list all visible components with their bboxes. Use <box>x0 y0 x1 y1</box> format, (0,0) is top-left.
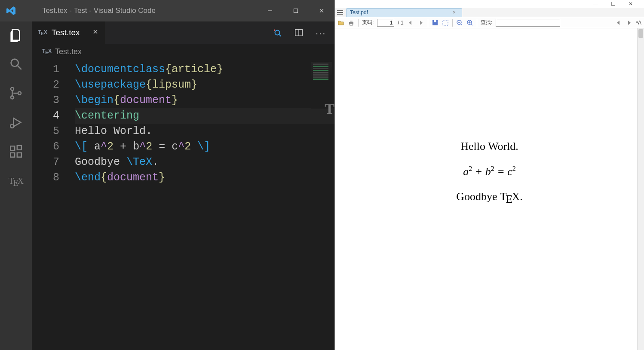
find-prev-icon[interactable] <box>615 19 622 26</box>
code-content[interactable]: Hello World. <box>75 124 334 139</box>
line-number: 6 <box>32 139 75 155</box>
svg-point-1 <box>11 59 18 67</box>
pdf-tab[interactable]: Test.pdf × <box>346 8 462 17</box>
vscode-window: Test.tex - Test - Visual Studio Code TEX <box>0 0 334 350</box>
toolbar-separator <box>477 19 477 27</box>
svg-point-2 <box>11 88 14 91</box>
find-label: 查找: <box>481 19 492 26</box>
pdf-tab-close-icon[interactable]: × <box>453 9 456 15</box>
code-content[interactable]: \[ a^2 + b^2 = c^2 \] <box>75 139 334 155</box>
pdf-viewer-window: — ☐ ✕ Test.pdf × 页码: / 1 查找: ᵃA <box>334 0 644 350</box>
pdf-page: Hello World. a2 + b2 = c2 Goodbye TEX. <box>352 33 627 350</box>
run-debug-icon[interactable] <box>9 115 23 130</box>
search-icon[interactable] <box>9 57 23 71</box>
extensions-icon[interactable] <box>9 144 23 159</box>
find-next-icon[interactable] <box>626 19 632 26</box>
tex-file-icon: TEX <box>38 29 47 36</box>
svg-rect-9 <box>17 146 21 150</box>
minimize-button[interactable] <box>257 0 283 21</box>
pdf-minimize-button[interactable]: — <box>593 1 598 7</box>
line-number: 4 <box>32 108 75 124</box>
tab-label: Test.tex <box>52 28 80 37</box>
editor-tab-test-tex[interactable]: TEX Test.tex <box>32 21 105 44</box>
svg-rect-14 <box>350 24 353 25</box>
editor-area: TEX Test.tex ··· TEX Test.tex T <box>32 21 334 350</box>
code-line[interactable]: 1\documentclass{article} <box>32 62 334 77</box>
code-line[interactable]: 4\centering <box>32 108 334 124</box>
code-content[interactable]: \begin{document} <box>75 93 334 108</box>
breadcrumb-file: Test.tex <box>55 47 82 56</box>
zoom-out-icon[interactable] <box>456 19 463 26</box>
pdf-maximize-button[interactable]: ☐ <box>611 1 616 7</box>
maximize-button[interactable] <box>283 0 309 21</box>
code-content[interactable]: \centering <box>75 108 334 124</box>
breadcrumb[interactable]: TEX Test.tex <box>32 44 334 59</box>
code-line[interactable]: 7Goodbye \TeX. <box>32 155 334 170</box>
toolbar-separator <box>358 19 359 27</box>
synctex-search-icon[interactable] <box>273 28 282 37</box>
svg-rect-6 <box>10 146 15 150</box>
close-button[interactable] <box>309 0 334 21</box>
more-actions-icon[interactable]: ··· <box>316 28 325 37</box>
pdf-scrollbar[interactable] <box>637 28 644 350</box>
editor-tabbar: TEX Test.tex ··· <box>32 21 334 44</box>
pdf-text-line: Hello World. <box>352 140 627 153</box>
activity-bar: TEX <box>0 21 32 350</box>
zoom-in-icon[interactable] <box>466 19 473 26</box>
line-number: 1 <box>32 62 75 77</box>
code-line[interactable]: 3\begin{document} <box>32 93 334 108</box>
svg-rect-16 <box>434 20 436 22</box>
svg-point-5 <box>10 124 14 128</box>
vscode-titlebar: Test.tex - Test - Visual Studio Code <box>0 0 334 21</box>
line-number: 2 <box>32 77 75 93</box>
code-line[interactable]: 2\usepackage{lipsum} <box>32 77 334 93</box>
page-number-input[interactable] <box>377 19 394 27</box>
line-number: 7 <box>32 155 75 170</box>
code-line[interactable]: 8\end{document} <box>32 170 334 186</box>
code-content[interactable]: \documentclass{article} <box>75 62 334 77</box>
pdf-close-button[interactable]: ✕ <box>629 1 633 7</box>
section-marker-icon: T <box>325 101 334 117</box>
pdf-viewport[interactable]: Hello World. a2 + b2 = c2 Goodbye TEX. <box>335 28 644 350</box>
pdf-text-line: Goodbye TEX. <box>352 190 627 203</box>
vscode-logo-icon <box>6 6 16 16</box>
tex-file-icon: TEX <box>42 48 52 55</box>
pdf-toolbar: 页码: / 1 查找: ᵃA <box>335 17 644 28</box>
hamburger-menu-icon[interactable] <box>337 10 343 15</box>
find-input[interactable] <box>496 19 560 27</box>
explorer-icon[interactable] <box>9 27 23 42</box>
pdf-tab-label: Test.pdf <box>350 9 368 15</box>
svg-point-4 <box>18 91 21 94</box>
code-content[interactable]: \usepackage{lipsum} <box>75 77 334 93</box>
window-title: Test.tex - Test - Visual Studio Code <box>42 6 257 15</box>
toolbar-separator <box>452 19 453 27</box>
latex-workshop-icon[interactable]: TEX <box>9 173 23 188</box>
code-content[interactable]: \end{document} <box>75 170 334 186</box>
code-content[interactable]: Goodbye \TeX. <box>75 155 334 170</box>
scrollbar-thumb[interactable] <box>638 29 643 38</box>
tab-close-icon[interactable] <box>92 28 99 37</box>
code-line[interactable]: 6\[ a^2 + b^2 = c^2 \] <box>32 139 334 155</box>
pdf-math-line: a2 + b2 = c2 <box>352 165 627 178</box>
svg-rect-8 <box>17 153 21 157</box>
svg-rect-0 <box>294 9 298 13</box>
source-control-icon[interactable] <box>9 86 23 100</box>
code-editor[interactable]: T 1\documentclass{article}2\usepackage{l… <box>32 59 334 350</box>
open-file-icon[interactable] <box>337 19 344 26</box>
page-label: 页码: <box>362 19 374 26</box>
svg-rect-17 <box>443 20 448 25</box>
next-page-icon[interactable] <box>417 19 424 26</box>
svg-point-10 <box>275 30 280 35</box>
code-line[interactable]: 5Hello World. <box>32 124 334 139</box>
split-editor-icon[interactable] <box>294 28 304 37</box>
svg-point-3 <box>11 96 14 99</box>
prev-page-icon[interactable] <box>407 19 414 26</box>
pdf-tab-row: Test.pdf × <box>335 8 644 17</box>
line-number: 5 <box>32 124 75 139</box>
line-number: 3 <box>32 93 75 108</box>
fit-page-icon[interactable] <box>442 19 449 26</box>
text-size-icon[interactable]: ᵃA <box>636 20 641 26</box>
save-icon[interactable] <box>432 19 439 26</box>
pdf-titlebar: — ☐ ✕ <box>335 0 644 8</box>
print-icon[interactable] <box>348 19 355 26</box>
